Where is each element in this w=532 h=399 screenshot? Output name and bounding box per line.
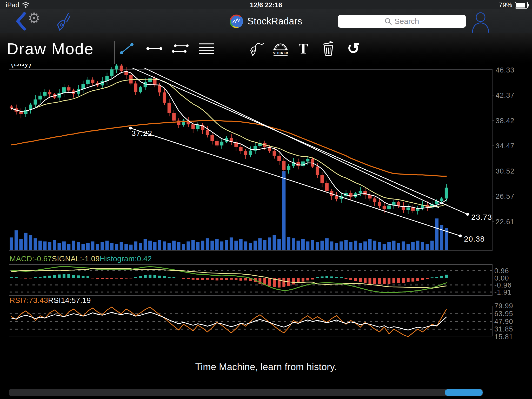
draw-mode-title: Draw Mode [7, 39, 94, 58]
tool-sticker-button[interactable]: STICKER [271, 33, 290, 64]
trendline-icon [118, 42, 135, 55]
svg-text:42.37: 42.37 [496, 91, 515, 99]
histogram-value: Histogram:0.42 [100, 255, 152, 263]
search-placeholder: Search [394, 17, 419, 26]
draw-toolbar: Draw Mode [0, 33, 532, 64]
search-input[interactable]: Search [338, 15, 466, 28]
parallel-lines-icon [171, 42, 189, 55]
svg-text:38.42: 38.42 [496, 117, 515, 125]
svg-text:20.38: 20.38 [464, 235, 485, 243]
svg-text:79.99: 79.99 [494, 302, 513, 310]
profile-button[interactable] [471, 11, 490, 33]
battery-percent: 79% [499, 1, 512, 9]
svg-text:26.57: 26.57 [496, 192, 515, 200]
text-tool-icon: T [298, 40, 308, 57]
nav-bar: ⚙ StockRadars Search [0, 9, 532, 33]
svg-text:0.96: 0.96 [494, 267, 509, 275]
tool-trendline-button[interactable] [117, 33, 136, 64]
app-title: StockRadars [247, 16, 302, 27]
undo-icon: ↺ [347, 41, 360, 56]
rsi14-value: RSI14:57.19 [48, 296, 91, 305]
toolbar-divider [114, 41, 115, 64]
search-icon [384, 18, 392, 25]
tool-undo-button[interactable]: ↺ [344, 33, 363, 64]
svg-text:46.33: 46.33 [496, 66, 515, 74]
rsi7-value: RSI7:73.43 [10, 296, 48, 305]
tool-delete-button[interactable] [320, 33, 337, 64]
rsi-legend: RSI7:73.43 RSI14:57.19 [10, 296, 91, 305]
svg-text:34.47: 34.47 [496, 142, 515, 150]
freehand-pen-icon [248, 41, 265, 57]
horizontal-line-icon [146, 42, 163, 55]
clock: 12/6 22:16 [0, 1, 532, 9]
tool-parallel-lines-button[interactable] [170, 33, 190, 64]
svg-text:22.61: 22.61 [496, 218, 515, 226]
svg-text:37.22: 37.22 [131, 129, 152, 137]
macd-legend: MACD:-0.67 SIGNAL:-1.09 Histogram:0.42 [10, 255, 152, 263]
status-bar: iPad 12/6 22:16 79% [0, 0, 532, 9]
tool-horizontal-line-button[interactable] [145, 33, 164, 64]
tool-freehand-pen-button[interactable] [247, 33, 265, 64]
svg-text:23.73: 23.73 [471, 213, 492, 221]
svg-text:63.95: 63.95 [494, 310, 513, 318]
svg-text:30.52: 30.52 [496, 167, 515, 175]
tool-text-button[interactable]: T [295, 33, 312, 64]
sticker-icon: STICKER [271, 41, 290, 56]
stockradars-logo-icon [230, 15, 243, 28]
svg-text:0.00: 0.00 [494, 274, 509, 282]
svg-text:47.90: 47.90 [494, 318, 513, 325]
macd-value: MACD:-0.67 [10, 255, 52, 263]
svg-text:-0.96: -0.96 [494, 281, 512, 289]
svg-text:31.85: 31.85 [494, 325, 513, 333]
sticker-label: STICKER [273, 51, 288, 55]
signal-value: SIGNAL:-1.09 [52, 255, 100, 263]
stockradars-app: iPad 12/6 22:16 79% ⚙ [0, 0, 532, 399]
tool-fibonacci-button[interactable] [196, 33, 216, 64]
battery-icon [515, 2, 528, 9]
svg-text:15.81: 15.81 [494, 333, 513, 341]
trash-icon [322, 41, 335, 57]
svg-text:-1.91: -1.91 [494, 288, 512, 296]
fibonacci-lines-icon [197, 41, 215, 56]
